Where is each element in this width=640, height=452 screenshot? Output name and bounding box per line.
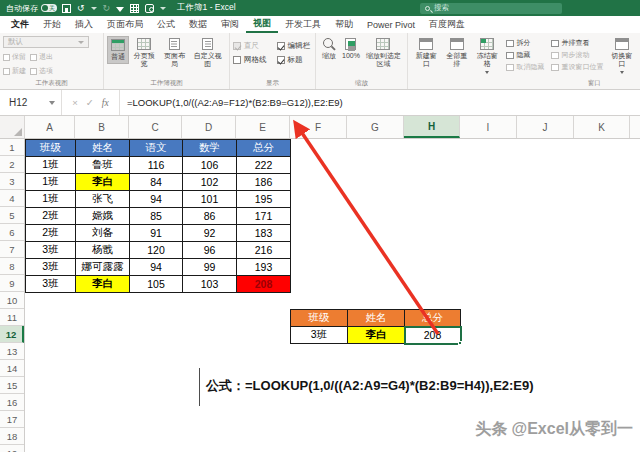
tab-power-pivot[interactable]: Power Pivot bbox=[360, 16, 422, 33]
freeze-panes-button[interactable]: 冻结窗格 bbox=[472, 36, 503, 76]
row-header-12[interactable]: 12 bbox=[0, 326, 24, 343]
tab-developer[interactable]: 开发工具 bbox=[278, 16, 328, 33]
tab-data[interactable]: 数据 bbox=[182, 16, 214, 33]
cell[interactable]: 3班 bbox=[26, 276, 76, 293]
page-break-preview-button[interactable]: 分页预览 bbox=[129, 36, 159, 70]
filter-icon[interactable] bbox=[116, 7, 124, 12]
formula-bar-checkbox[interactable]: 编辑栏 bbox=[277, 41, 313, 51]
undo-chevron-icon[interactable] bbox=[91, 7, 97, 10]
tab-baidu-netdisk[interactable]: 百度网盘 bbox=[422, 16, 472, 33]
cell[interactable]: 94 bbox=[130, 191, 183, 208]
lookup-header-cell[interactable]: 班级 bbox=[291, 310, 348, 327]
row-header-3[interactable]: 3 bbox=[0, 173, 24, 190]
row-header-18[interactable]: 18 bbox=[0, 428, 24, 445]
column-header-a[interactable]: A bbox=[25, 116, 75, 138]
lookup-header-cell[interactable]: 姓名 bbox=[348, 310, 405, 327]
result-cell[interactable]: 208 bbox=[237, 276, 291, 293]
row-header-5[interactable]: 5 bbox=[0, 207, 24, 224]
column-header-f[interactable]: F bbox=[290, 116, 347, 138]
row-header-14[interactable]: 14 bbox=[0, 360, 24, 377]
tab-help[interactable]: 帮助 bbox=[328, 16, 360, 33]
header-cell[interactable]: 语文 bbox=[130, 140, 183, 157]
zoom-to-selection-button[interactable]: 缩放到选定区域 bbox=[363, 36, 404, 70]
zoom-button[interactable]: 缩放 bbox=[319, 36, 339, 62]
autosave-toggle[interactable]: 自动保存 关 bbox=[6, 3, 57, 14]
cell[interactable]: 84 bbox=[130, 174, 183, 191]
cell[interactable]: 91 bbox=[130, 225, 183, 242]
cell[interactable]: 1班 bbox=[26, 157, 76, 174]
page-layout-button[interactable]: 页面布局 bbox=[159, 36, 189, 70]
header-cell[interactable]: 总分 bbox=[237, 140, 291, 157]
cell[interactable]: 92 bbox=[183, 225, 237, 242]
search-box[interactable]: 搜索 bbox=[420, 3, 562, 14]
cell[interactable]: 222 bbox=[237, 157, 291, 174]
cell[interactable]: 216 bbox=[237, 242, 291, 259]
insert-function-icon[interactable]: fx bbox=[102, 98, 109, 108]
highlighted-cell[interactable]: 李白 bbox=[76, 276, 130, 293]
cell[interactable]: 186 bbox=[237, 174, 291, 191]
cell[interactable]: 120 bbox=[130, 242, 183, 259]
row-header-2[interactable]: 2 bbox=[0, 156, 24, 173]
tab-insert[interactable]: 插入 bbox=[68, 16, 100, 33]
arrange-all-button[interactable]: 全部重排 bbox=[442, 36, 473, 70]
hide-button[interactable]: 隐藏 bbox=[506, 50, 545, 60]
tab-home[interactable]: 开始 bbox=[36, 16, 68, 33]
tab-page-layout[interactable]: 页面布局 bbox=[100, 16, 150, 33]
row-header-9[interactable]: 9 bbox=[0, 275, 24, 292]
row-header-15[interactable]: 15 bbox=[0, 377, 24, 394]
cell[interactable]: 193 bbox=[237, 259, 291, 276]
undo-icon[interactable]: ↺ bbox=[77, 4, 85, 13]
row-header-6[interactable]: 6 bbox=[0, 224, 24, 241]
headings-checkbox[interactable]: 标题 bbox=[277, 55, 313, 65]
column-header-h[interactable]: H bbox=[404, 116, 460, 138]
tab-view[interactable]: 视图 bbox=[246, 16, 278, 33]
cell[interactable]: 103 bbox=[183, 276, 237, 293]
row-header-7[interactable]: 7 bbox=[0, 241, 24, 258]
row-header-4[interactable]: 4 bbox=[0, 190, 24, 207]
row-header-11[interactable]: 11 bbox=[0, 309, 24, 326]
cell[interactable]: 106 bbox=[183, 157, 237, 174]
cell[interactable]: 94 bbox=[130, 259, 183, 276]
row-header-8[interactable]: 8 bbox=[0, 258, 24, 275]
save-icon[interactable] bbox=[62, 4, 71, 13]
header-cell[interactable]: 姓名 bbox=[76, 140, 130, 157]
cell[interactable]: 鲁班 bbox=[76, 157, 130, 174]
header-cell[interactable]: 班级 bbox=[26, 140, 76, 157]
name-box[interactable]: H12 bbox=[0, 90, 62, 115]
column-header-k[interactable]: K bbox=[574, 116, 630, 138]
custom-views-button[interactable]: 自定义视图 bbox=[190, 36, 226, 70]
lookup-header-cell[interactable]: 总分 bbox=[405, 310, 461, 327]
new-window-button[interactable]: 新建窗口 bbox=[411, 36, 442, 70]
header-cell[interactable]: 数学 bbox=[183, 140, 237, 157]
cell[interactable]: 99 bbox=[183, 259, 237, 276]
column-header-b[interactable]: B bbox=[75, 116, 129, 138]
cell[interactable]: 183 bbox=[237, 225, 291, 242]
select-all-corner[interactable] bbox=[0, 116, 25, 138]
cell[interactable]: 张飞 bbox=[76, 191, 130, 208]
cell[interactable]: 105 bbox=[130, 276, 183, 293]
cell[interactable]: 杨戬 bbox=[76, 242, 130, 259]
column-header-j[interactable]: J bbox=[517, 116, 574, 138]
cell[interactable]: 171 bbox=[237, 208, 291, 225]
cell[interactable]: 3班 bbox=[26, 259, 76, 276]
column-header-g[interactable]: G bbox=[347, 116, 404, 138]
gridlines-checkbox[interactable]: 网格线 bbox=[233, 55, 269, 65]
cell[interactable]: 嫦娥 bbox=[76, 208, 130, 225]
row-header-16[interactable]: 16 bbox=[0, 394, 24, 411]
tab-formulas[interactable]: 公式 bbox=[150, 16, 182, 33]
row-header-10[interactable]: 10 bbox=[0, 292, 24, 309]
column-header-c[interactable]: C bbox=[129, 116, 182, 138]
switch-windows-button[interactable]: 切换窗口 bbox=[607, 36, 638, 76]
row-header-19[interactable]: 19 bbox=[0, 445, 24, 452]
row-header-1[interactable]: 1 bbox=[0, 139, 24, 156]
cell[interactable]: 116 bbox=[130, 157, 183, 174]
cell[interactable]: 1班 bbox=[26, 191, 76, 208]
cell[interactable]: 2班 bbox=[26, 208, 76, 225]
tab-review[interactable]: 审阅 bbox=[214, 16, 246, 33]
formula-input[interactable]: =LOOKUP(1,0/((A2:A9=F12)*(B2:B9=G12)),E2… bbox=[120, 90, 640, 115]
highlighted-cell[interactable]: 李白 bbox=[76, 174, 130, 191]
column-header-d[interactable]: D bbox=[182, 116, 236, 138]
cell[interactable]: 娜可露露 bbox=[76, 259, 130, 276]
column-header-e[interactable]: E bbox=[236, 116, 290, 138]
cell[interactable]: 195 bbox=[237, 191, 291, 208]
